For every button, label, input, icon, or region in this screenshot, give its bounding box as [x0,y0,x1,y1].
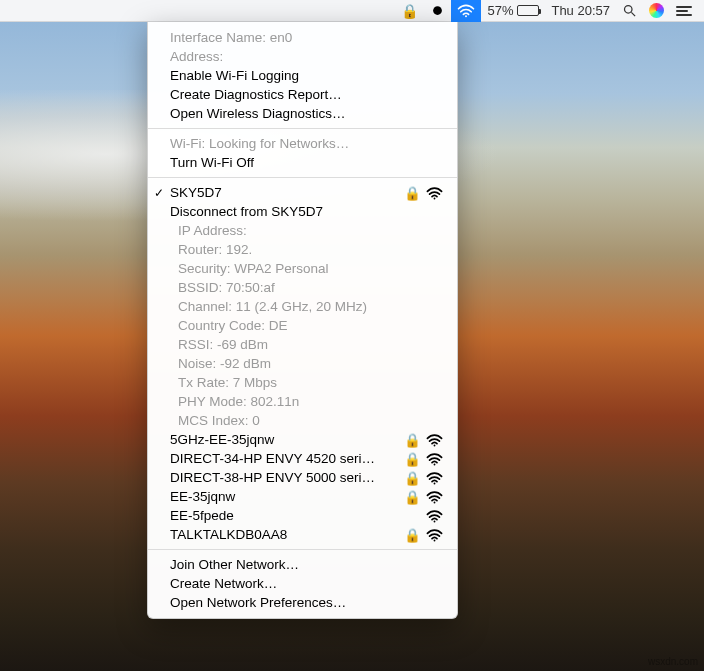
network-ssid: TALKTALKDB0AA8 [170,527,403,542]
disconnect-network[interactable]: Disconnect from SKY5D7 [148,202,457,221]
svg-point-4 [434,197,436,199]
join-other-network[interactable]: Join Other Network… [148,555,457,574]
notification-center-icon[interactable] [670,0,698,22]
open-wireless-diagnostics[interactable]: Open Wireless Diagnostics… [148,104,457,123]
menubar-wifi-icon[interactable] [451,0,481,22]
lock-icon: 🔒 [403,432,421,448]
lock-icon: 🔒 [403,185,421,201]
svg-point-5 [434,444,436,446]
connected-network[interactable]: ✓ SKY5D7 🔒 [148,183,457,202]
battery-icon [517,5,539,16]
menubar-clock[interactable]: Thu 20:57 [545,0,616,22]
open-network-preferences[interactable]: Open Network Preferences… [148,593,457,612]
detail-txrate: Tx Rate: 7 Mbps [148,373,457,392]
lock-icon: 🔒 [403,489,421,505]
available-networks: 5GHz-EE-35jqnw🔒DIRECT-34-HP ENVY 4520 se… [148,430,457,544]
lock-icon: 🔒 [403,527,421,543]
lock-icon: 🔒 [403,470,421,486]
svg-point-10 [434,539,436,541]
svg-point-0 [434,6,443,15]
network-item[interactable]: EE-5fpede [148,506,457,525]
network-item[interactable]: DIRECT-34-HP ENVY 4520 seri…🔒 [148,449,457,468]
menubar: 🔒 57% Thu 20:57 [0,0,704,22]
spotlight-icon[interactable] [616,0,643,22]
menubar-lock-icon[interactable]: 🔒 [395,0,424,22]
detail-ip: IP Address: [148,221,457,240]
interface-name-line: Interface Name: en0 [148,28,457,47]
detail-phy: PHY Mode: 802.11n [148,392,457,411]
svg-point-7 [434,482,436,484]
wifi-signal-icon [421,185,443,200]
svg-point-8 [434,501,436,503]
lock-icon: 🔒 [403,451,421,467]
network-ssid: DIRECT-38-HP ENVY 5000 seri… [170,470,403,485]
wifi-signal-icon [421,432,443,447]
detail-channel: Channel: 11 (2.4 GHz, 20 MHz) [148,297,457,316]
wifi-status-line: Wi-Fi: Looking for Networks… [148,134,457,153]
wifi-signal-icon [421,527,443,542]
separator [148,177,457,178]
network-ssid: EE-5fpede [170,508,403,523]
svg-line-3 [631,12,635,16]
enable-wifi-logging[interactable]: Enable Wi-Fi Logging [148,66,457,85]
network-item[interactable]: DIRECT-38-HP ENVY 5000 seri…🔒 [148,468,457,487]
detail-rssi: RSSI: -69 dBm [148,335,457,354]
siri-icon[interactable] [643,0,670,22]
network-ssid: 5GHz-EE-35jqnw [170,432,403,447]
wifi-dropdown: Interface Name: en0 Address: Enable Wi-F… [147,22,458,619]
create-diagnostics-report[interactable]: Create Diagnostics Report… [148,85,457,104]
menubar-battery[interactable]: 57% [481,0,545,22]
detail-bssid: BSSID: 70:50:af [148,278,457,297]
network-ssid: EE-35jqnw [170,489,403,504]
wifi-signal-icon [421,451,443,466]
detail-country: Country Code: DE [148,316,457,335]
menubar-app-icon[interactable] [424,0,451,22]
svg-point-9 [434,520,436,522]
checkmark-icon: ✓ [154,186,164,200]
wifi-signal-icon [421,489,443,504]
separator [148,128,457,129]
turn-wifi-off[interactable]: Turn Wi-Fi Off [148,153,457,172]
detail-mcs: MCS Index: 0 [148,411,457,430]
detail-security: Security: WPA2 Personal [148,259,457,278]
watermark: wsxdn.com [648,656,698,667]
svg-point-2 [625,6,633,14]
wifi-signal-icon [421,508,443,523]
network-ssid: DIRECT-34-HP ENVY 4520 seri… [170,451,403,466]
connected-ssid: SKY5D7 [170,185,403,200]
svg-point-6 [434,463,436,465]
network-item[interactable]: TALKTALKDB0AA8🔒 [148,525,457,544]
separator [148,549,457,550]
desktop-background: 🔒 57% Thu 20:57 Interface Name: en0 Addr… [0,0,704,671]
network-item[interactable]: 5GHz-EE-35jqnw🔒 [148,430,457,449]
detail-router: Router: 192. [148,240,457,259]
svg-point-1 [465,15,467,17]
detail-noise: Noise: -92 dBm [148,354,457,373]
wifi-signal-icon [421,470,443,485]
create-network[interactable]: Create Network… [148,574,457,593]
network-item[interactable]: EE-35jqnw🔒 [148,487,457,506]
battery-percent: 57% [487,3,513,18]
address-line: Address: [148,47,457,66]
